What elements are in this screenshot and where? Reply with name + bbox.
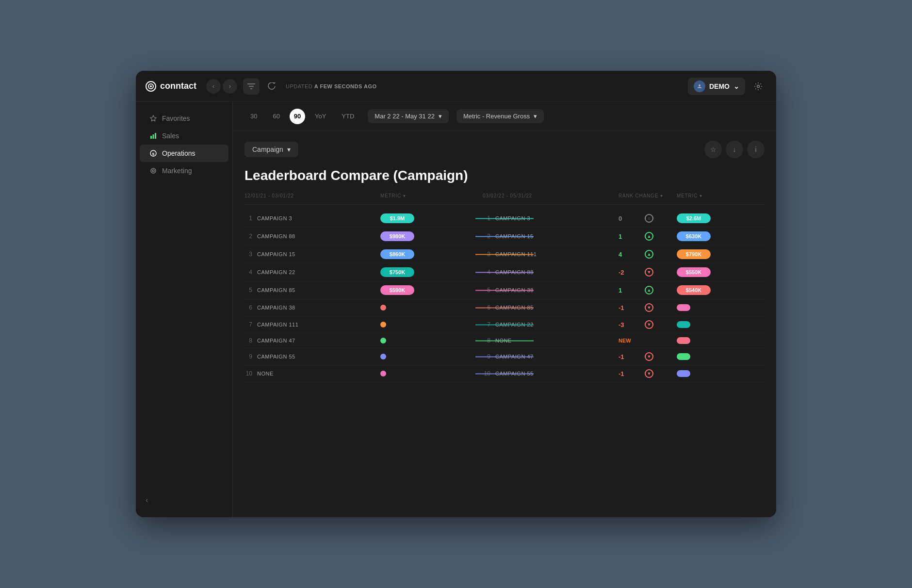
left-metric-pill: $980K (380, 231, 414, 241)
right-metric-header[interactable]: METRIC ▾ (677, 193, 765, 198)
left-metric-cell: $750K (380, 267, 468, 277)
left-rank: 10 (244, 370, 252, 377)
time-60-button[interactable]: 60 (267, 110, 285, 123)
refresh-button[interactable] (263, 78, 280, 95)
leaderboard-body: 1CAMPAIGN 3$1.9M1CAMPAIGN 30○$2.6M2CAMPA… (244, 210, 765, 382)
demo-chevron: ⌄ (733, 82, 739, 90)
demo-selector[interactable]: DEMO ⌄ (688, 78, 745, 95)
table-row: 2CAMPAIGN 88$980K2CAMPAIGN 151▲$630K (244, 228, 765, 245)
rank-change-badge: 1 (619, 287, 643, 294)
campaign-chevron: ▾ (287, 146, 291, 153)
right-metric-cell: $550K (677, 267, 765, 277)
left-side: 9CAMPAIGN 55 (244, 353, 380, 360)
sidebar-item-marketing[interactable]: Marketing (140, 162, 228, 180)
left-dot (380, 354, 386, 359)
toolbar: 30 60 90 YoY YTD Mar 2 22 - May 31 22 ▾ … (233, 102, 776, 131)
right-rank: 4 (483, 269, 490, 276)
right-metric-cell (677, 304, 765, 311)
change-indicator-icon: ▲ (645, 286, 653, 294)
left-side: 3CAMPAIGN 15 (244, 251, 380, 258)
metric-chevron: ▾ (534, 113, 537, 120)
main-layout: Favorites Sales $ Operations Marketing (136, 102, 776, 517)
right-side: 6CAMPAIGN 85 (483, 304, 619, 311)
change-indicator-icon: ▼ (645, 268, 653, 277)
left-metric-cell: $590K (380, 285, 468, 295)
left-dot (380, 305, 386, 310)
time-90-button[interactable]: 90 (290, 109, 305, 124)
left-campaign-name: CAMPAIGN 85 (257, 287, 295, 293)
change-indicator-icon: ▼ (645, 303, 653, 312)
left-campaign-name: CAMPAIGN 111 (257, 322, 298, 327)
left-rank: 2 (244, 233, 252, 240)
campaign-selector[interactable]: Campaign ▾ (244, 142, 298, 157)
rank-change-cell: 1▲ (619, 286, 677, 294)
left-rank: 5 (244, 287, 252, 294)
right-metric-cell (677, 337, 765, 344)
right-dot (677, 321, 690, 328)
rank-change-badge: -2 (619, 269, 643, 276)
left-campaign-name: CAMPAIGN 88 (257, 233, 295, 239)
svg-point-12 (152, 170, 154, 172)
change-indicator-icon: ▲ (645, 232, 653, 241)
sidebar-collapse-button[interactable]: ‹ (136, 491, 232, 509)
left-rank: 3 (244, 251, 252, 258)
left-rank: 9 (244, 353, 252, 360)
right-dot (677, 337, 690, 344)
leaderboard: 12/01/21 - 03/01/22 METRIC ▾ 03/02/22 - … (244, 193, 765, 382)
download-action-button[interactable]: ↓ (726, 141, 743, 158)
change-indicator-icon: ▼ (645, 352, 653, 361)
update-text: UPDATED A FEW SECONDS AGO (286, 83, 377, 89)
rank-change-header[interactable]: RANK CHANGE ▾ (619, 193, 677, 198)
right-campaign-name: CAMPAIGN 55 (495, 371, 534, 376)
right-campaign-name: NONE (495, 338, 512, 343)
right-metric-cell: $2.6M (677, 213, 765, 223)
left-side: 2CAMPAIGN 88 (244, 233, 380, 240)
chart-actions: ☆ ↓ i (704, 141, 765, 158)
left-metric-header[interactable]: METRIC ▾ (380, 193, 468, 198)
time-yoy-button[interactable]: YoY (309, 110, 332, 123)
right-metric-pill: $2.6M (677, 213, 711, 223)
right-side: 7CAMPAIGN 22 (483, 321, 619, 328)
sidebar-item-sales[interactable]: Sales (140, 127, 228, 145)
sidebar-item-operations[interactable]: $ Operations (140, 145, 228, 162)
right-campaign-name: CAMPAIGN 47 (495, 354, 534, 359)
sales-label: Sales (162, 132, 179, 140)
change-indicator-icon: ▼ (645, 320, 653, 329)
svg-point-5 (757, 85, 760, 87)
filter-button[interactable] (243, 78, 260, 95)
settings-button[interactable] (750, 78, 766, 95)
change-indicator-icon: ○ (645, 214, 653, 223)
date-range-chevron: ▾ (439, 113, 442, 120)
app-container: conntact ‹ › UPDATED A FEW SECONDS AGO D… (136, 71, 776, 517)
svg-rect-8 (155, 133, 156, 139)
left-campaign-name: NONE (257, 371, 274, 376)
sales-icon (149, 132, 157, 140)
right-side: 1CAMPAIGN 3 (483, 215, 619, 222)
table-row: 6CAMPAIGN 386CAMPAIGN 85-1▼ (244, 299, 765, 316)
change-indicator-icon: ▲ (645, 250, 653, 259)
metric-selector[interactable]: Metric - Revenue Gross ▾ (456, 109, 544, 123)
left-side: 4CAMPAIGN 22 (244, 269, 380, 276)
info-action-button[interactable]: i (747, 141, 765, 158)
left-rank: 4 (244, 269, 252, 276)
star-action-button[interactable]: ☆ (704, 141, 722, 158)
time-ytd-button[interactable]: YTD (336, 110, 360, 123)
back-button[interactable]: ‹ (206, 79, 221, 94)
sidebar-item-favorites[interactable]: Favorites (140, 110, 228, 127)
left-campaign-name: CAMPAIGN 47 (257, 338, 295, 343)
right-metric-pill: $630K (677, 231, 711, 241)
right-campaign-name: CAMPAIGN 38 (495, 287, 534, 293)
forward-button[interactable]: › (223, 79, 237, 94)
left-campaign-name: CAMPAIGN 38 (257, 305, 295, 310)
chart-area: Campaign ▾ ☆ ↓ i Leaderboard Compare (Ca… (233, 131, 776, 517)
time-30-button[interactable]: 30 (244, 110, 263, 123)
left-campaign-name: CAMPAIGN 15 (257, 251, 295, 257)
right-rank: 8 (483, 337, 490, 344)
right-rank: 1 (483, 215, 490, 222)
left-dot (380, 338, 386, 343)
operations-label: Operations (162, 149, 195, 157)
left-side: 5CAMPAIGN 85 (244, 287, 380, 294)
svg-point-1 (150, 85, 152, 87)
right-side: 3CAMPAIGN 111 (483, 251, 619, 258)
date-range-selector[interactable]: Mar 2 22 - May 31 22 ▾ (368, 109, 449, 123)
